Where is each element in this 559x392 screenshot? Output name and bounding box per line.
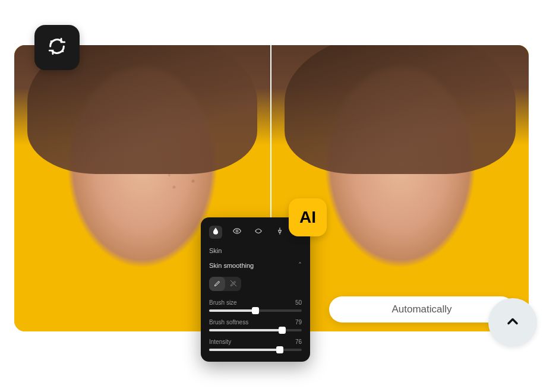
slider-value: 50 — [295, 299, 302, 306]
brush-erase-icon — [230, 280, 237, 289]
section-skin-smoothing[interactable]: Skin smoothing ˄ — [209, 261, 302, 270]
brush-erase-button[interactable] — [225, 277, 241, 291]
tool-eye[interactable] — [230, 226, 244, 239]
tool-pin[interactable] — [273, 226, 286, 239]
slider-track[interactable] — [209, 309, 302, 312]
svg-line-3 — [230, 280, 236, 286]
mouth-icon — [254, 227, 263, 238]
auto-pill-label: Automatically — [391, 304, 451, 315]
pin-icon — [276, 227, 284, 238]
tool-mouth[interactable] — [252, 226, 265, 239]
svg-point-0 — [62, 50, 64, 52]
chevron-up-icon — [504, 313, 521, 332]
slider-value: 76 — [295, 339, 302, 345]
svg-point-2 — [236, 230, 238, 232]
slider-thumb[interactable] — [276, 346, 283, 353]
slider-value: 79 — [295, 319, 302, 325]
slider-thumb[interactable] — [279, 327, 286, 334]
slider-track[interactable] — [209, 329, 302, 331]
automatically-pill[interactable]: Automatically — [329, 296, 514, 323]
tool-droplet[interactable] — [209, 226, 222, 239]
brush-add-icon — [214, 280, 221, 289]
droplet-icon — [211, 227, 220, 238]
brush-mode-toggle — [209, 277, 241, 291]
panel-title: Skin — [209, 247, 302, 254]
slider-brush-size: Brush size 50 — [209, 299, 302, 312]
eye-icon — [233, 227, 241, 238]
slider-thumb[interactable] — [252, 307, 259, 314]
ai-badge: AI — [289, 198, 327, 236]
scroll-to-top-button[interactable] — [488, 298, 537, 347]
slider-intensity: Intensity 76 — [209, 339, 302, 351]
slider-brush-softness: Brush softness 79 — [209, 319, 302, 331]
brush-add-button[interactable] — [209, 277, 225, 291]
sync-sparkle-icon — [47, 36, 67, 59]
sync-badge[interactable] — [34, 25, 80, 70]
slider-label: Brush softness — [209, 319, 248, 325]
skin-panel: Skin Skin smoothing ˄ Brush size 50 Br — [201, 217, 310, 362]
chevron-up-icon: ˄ — [298, 261, 302, 270]
svg-point-1 — [50, 40, 52, 42]
slider-label: Intensity — [209, 339, 231, 345]
slider-label: Brush size — [209, 299, 237, 306]
section-label: Skin smoothing — [209, 262, 254, 269]
ai-badge-label: AI — [299, 208, 316, 227]
slider-track[interactable] — [209, 349, 302, 351]
tool-row — [209, 226, 302, 239]
